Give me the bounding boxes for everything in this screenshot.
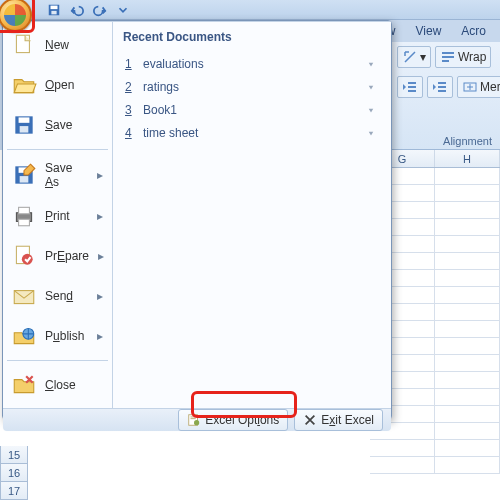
pin-icon[interactable] [365,102,379,117]
svg-rect-5 [442,60,449,62]
submenu-arrow-icon: ▸ [97,249,104,263]
recent-index: 1 [125,57,135,71]
menu-item-label: Print [45,209,88,223]
menu-separator [7,360,108,361]
svg-rect-19 [20,176,29,183]
office-menu: NewOpenSaveSave As▸Print▸PrEpare▸Send▸Pu… [2,20,392,420]
svg-rect-9 [438,82,446,84]
exit-excel-button[interactable]: Exit Excel [294,409,383,431]
menu-item-print[interactable]: Print▸ [5,197,110,235]
recent-name: Book1 [143,103,357,117]
svg-rect-2 [51,10,56,14]
highlight-excel-options [191,391,297,418]
recent-name: time sheet [143,126,357,140]
svg-rect-29 [191,418,196,419]
saveas-icon [11,162,37,188]
svg-rect-7 [408,86,416,88]
svg-rect-21 [19,207,30,214]
svg-rect-10 [438,86,446,88]
menu-item-send[interactable]: Send▸ [5,277,110,315]
menu-item-open[interactable]: Open [5,66,110,104]
tab-view[interactable]: View [408,22,450,40]
publish-icon [11,323,37,349]
recent-documents-panel: Recent Documents 1evaluations2ratings3Bo… [113,22,391,408]
menu-item-label: PrEpare [45,249,89,263]
quick-access-toolbar [44,1,133,19]
qat-save-icon[interactable] [44,1,64,19]
svg-point-24 [22,254,33,265]
menu-item-save[interactable]: Save [5,106,110,144]
svg-rect-3 [442,52,454,54]
prepare-icon [11,243,37,269]
svg-rect-15 [19,117,30,122]
submenu-arrow-icon: ▸ [96,168,104,182]
submenu-arrow-icon: ▸ [96,209,104,223]
recent-name: evaluations [143,57,357,71]
svg-rect-6 [408,82,416,84]
increase-indent-button[interactable] [427,76,453,98]
submenu-arrow-icon: ▸ [96,289,104,303]
close-icon [303,413,317,427]
recent-name: ratings [143,80,357,94]
open-icon [11,72,37,98]
row-header[interactable]: 15 [0,446,28,464]
menu-command-list: NewOpenSaveSave As▸Print▸PrEpare▸Send▸Pu… [3,22,113,408]
orientation-button[interactable]: ▾ [397,46,431,68]
qat-dropdown-icon[interactable] [113,1,133,19]
menu-item-label: Save As [45,161,88,189]
menu-item-label: Close [45,378,104,392]
recent-document-item[interactable]: 3Book1 [123,98,381,121]
menu-item-prepare[interactable]: PrEpare▸ [5,237,110,275]
svg-rect-1 [51,5,58,9]
ribbon-alignment-group: ▾ Wrap Merg Alignment [390,42,500,150]
pin-icon[interactable] [365,79,379,94]
svg-point-30 [194,420,199,425]
menu-separator [7,149,108,150]
menu-item-publish[interactable]: Publish▸ [5,317,110,355]
menu-item-label: Open [45,78,104,92]
menu-item-close[interactable]: Close [5,366,110,404]
pin-icon[interactable] [365,56,379,71]
merge-label: Merg [480,80,500,94]
svg-rect-8 [408,90,416,92]
tab-acrobat[interactable]: Acro [453,22,494,40]
svg-rect-4 [442,56,454,58]
title-bar [0,0,500,20]
menu-item-label: Publish [45,329,88,343]
recent-document-item[interactable]: 4time sheet [123,121,381,144]
merge-button[interactable]: Merg [457,76,500,98]
row-headers: 15 16 17 [0,446,28,500]
row-header[interactable]: 16 [0,464,28,482]
save-icon [11,112,37,138]
svg-rect-11 [438,90,446,92]
menu-item-saveas[interactable]: Save As▸ [5,155,110,195]
highlight-office-button [0,0,35,33]
recent-index: 2 [125,80,135,94]
decrease-indent-button[interactable] [397,76,423,98]
col-header[interactable]: H [435,150,500,167]
recent-documents-title: Recent Documents [123,30,381,44]
close-icon [11,372,37,398]
qat-undo-icon[interactable] [67,1,87,19]
group-label-alignment: Alignment [443,135,492,147]
row-header[interactable]: 17 [0,482,28,500]
print-icon [11,203,37,229]
svg-rect-16 [20,126,29,132]
recent-index: 4 [125,126,135,140]
wrap-label: Wrap [458,50,486,64]
wrap-text-button[interactable]: Wrap [435,46,491,68]
recent-index: 3 [125,103,135,117]
submenu-arrow-icon: ▸ [96,329,104,343]
pin-icon[interactable] [365,125,379,140]
new-icon [11,32,37,58]
exit-excel-label: Exit Excel [321,413,374,427]
recent-document-item[interactable]: 1evaluations [123,52,381,75]
recent-document-item[interactable]: 2ratings [123,75,381,98]
menu-item-label: New [45,38,104,52]
svg-rect-22 [19,219,30,226]
menu-item-label: Send [45,289,88,303]
menu-item-label: Save [45,118,104,132]
qat-redo-icon[interactable] [90,1,110,19]
send-icon [11,283,37,309]
